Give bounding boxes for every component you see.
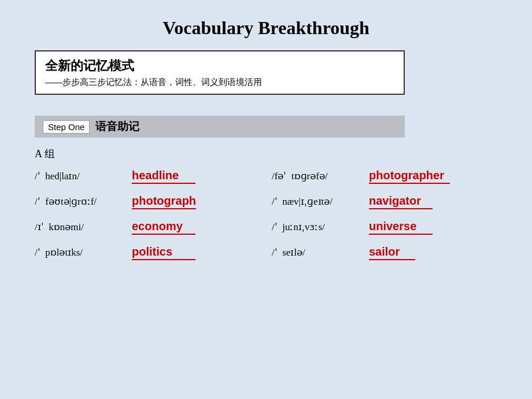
- main-title: Vocabulary Breakthrough: [35, 17, 497, 39]
- word-left-3: politics: [132, 245, 195, 260]
- vocab-row-left-1: /ˈ fəʊtə|ɡrɑːf/ photograph: [35, 194, 272, 209]
- group-label: A 组: [35, 147, 497, 161]
- phonetic-right-2: /ˈ juːnɪˌvɜːs/: [272, 221, 364, 233]
- page: Vocabulary Breakthrough 全新的记忆模式 ——步步高三步记…: [0, 0, 532, 399]
- vocab-row-left-2: /ɪˈ kɒnəmi/ economy: [35, 220, 272, 235]
- vocab-row-right-1: /ˈ næv|ɪˌɡeɪtə/ navigator: [272, 194, 509, 209]
- vocab-grid: /ˈ hed|laɪn/ headline /fəˈ tɒɡrəfə/ phot…: [35, 169, 509, 271]
- step-bar: Step One 语音助记: [35, 116, 405, 138]
- step-text: 语音助记: [95, 119, 139, 134]
- word-right-1: navigator: [369, 194, 433, 209]
- step-label: Step One: [43, 120, 90, 134]
- word-right-3: sailor: [369, 245, 415, 260]
- vocab-row-left-3: /ˈ pɒlətɪks/ politics: [35, 245, 272, 260]
- phonetic-left-0: /ˈ hed|laɪn/: [35, 170, 127, 182]
- phonetic-left-1: /ˈ fəʊtə|ɡrɑːf/: [35, 195, 127, 208]
- word-right-2: universe: [369, 220, 433, 235]
- vocab-row-left-0: /ˈ hed|laɪn/ headline: [35, 169, 272, 184]
- vocab-row-right-2: /ˈ juːnɪˌvɜːs/ universe: [272, 220, 509, 235]
- phonetic-right-0: /fəˈ tɒɡrəfə/: [272, 170, 364, 182]
- title-box: 全新的记忆模式 ——步步高三步记忆法：从语音，词性、词义到语境活用: [35, 50, 497, 105]
- title-box-line2: ——步步高三步记忆法：从语音，词性、词义到语境活用: [45, 77, 394, 88]
- phonetic-right-3: /ˈ seɪlə/: [272, 246, 364, 258]
- word-right-0: photographer: [369, 169, 450, 184]
- phonetic-left-2: /ɪˈ kɒnəmi/: [35, 221, 127, 233]
- word-left-0: headline: [132, 169, 195, 184]
- phonetic-right-1: /ˈ næv|ɪˌɡeɪtə/: [272, 195, 364, 208]
- vocab-row-right-0: /fəˈ tɒɡrəfə/ photographer: [272, 169, 509, 184]
- word-left-1: photograph: [132, 194, 196, 209]
- word-left-2: economy: [132, 220, 195, 235]
- phonetic-left-3: /ˈ pɒlətɪks/: [35, 246, 127, 258]
- title-box-line1: 全新的记忆模式: [45, 57, 394, 75]
- vocab-row-right-3: /ˈ seɪlə/ sailor: [272, 245, 509, 260]
